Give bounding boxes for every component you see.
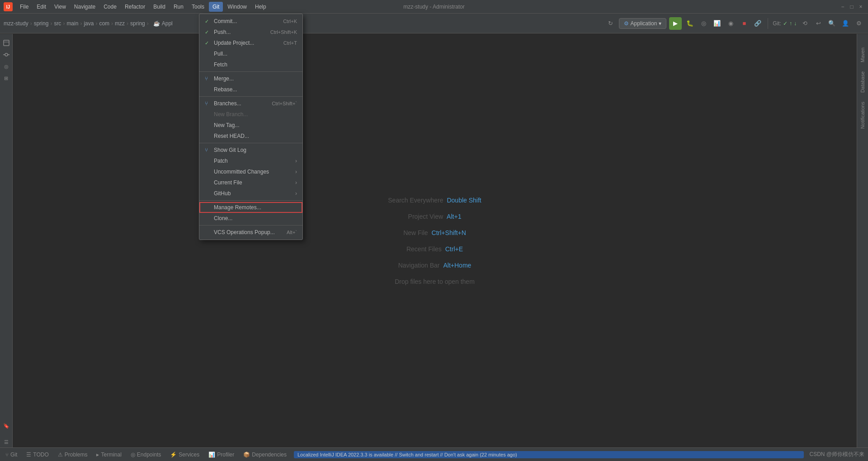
menu-help[interactable]: Help — [251, 2, 270, 12]
menu-git[interactable]: Git — [209, 2, 223, 12]
debug-button[interactable]: 🐛 — [684, 18, 695, 29]
breadcrumb-spring2[interactable]: spring — [130, 20, 145, 27]
sidebar-project-icon[interactable] — [1, 38, 12, 48]
git-merge-item[interactable]: ⑂ Merge... — [199, 73, 302, 84]
profile-user-icon[interactable]: 👤 — [840, 18, 851, 29]
attach-debugger-icon[interactable]: 🔗 — [752, 18, 763, 29]
git-vcs-popup-item[interactable]: VCS Operations Popup... Alt+` — [199, 227, 302, 238]
git-push-item[interactable]: ✓ Push... Ctrl+Shift+K — [199, 27, 302, 38]
breadcrumb-spring[interactable]: spring — [34, 20, 49, 27]
minimize-button[interactable]: − — [839, 3, 846, 10]
divider-4 — [199, 200, 302, 201]
git-fetch-item[interactable]: Fetch — [199, 59, 302, 70]
git-branches-item[interactable]: ⑂ Branches... Ctrl+Shift+` — [199, 98, 302, 109]
stop-button[interactable]: ■ — [739, 18, 750, 29]
git-show-log-item[interactable]: ⑂ Show Git Log — [199, 145, 302, 155]
menu-navigate[interactable]: Navigate — [71, 2, 99, 12]
git-commit-item[interactable]: ✓ Commit... Ctrl+K — [199, 16, 302, 27]
status-problems[interactable]: ⚠ Problems — [56, 451, 90, 459]
sidebar-notifications-label[interactable]: Notifications — [860, 102, 865, 129]
menu-refactor[interactable]: Refactor — [121, 2, 149, 12]
git-dropdown-menu: ✓ Commit... Ctrl+K ✓ Push... Ctrl+Shift+… — [199, 14, 303, 240]
update-check-icon: ✓ — [205, 40, 212, 46]
dependencies-label: Dependencies — [252, 452, 287, 458]
status-todo[interactable]: ☰ TODO — [24, 451, 50, 459]
menu-view[interactable]: View — [51, 2, 70, 12]
divider-2 — [199, 96, 302, 97]
sep-1: › — [50, 20, 52, 27]
menu-window[interactable]: Window — [224, 2, 250, 12]
coverage-button[interactable]: ◎ — [698, 18, 709, 29]
git-patch-item[interactable]: Patch › — [199, 155, 302, 166]
status-profiler[interactable]: 📊 Profiler — [207, 451, 236, 459]
git-log-icon[interactable]: ⟲ — [799, 18, 810, 29]
breadcrumb-file[interactable]: ☕ Appl — [151, 19, 175, 28]
status-endpoints[interactable]: ◎ Endpoints — [129, 451, 163, 459]
menu-code[interactable]: Code — [100, 2, 120, 12]
sidebar-bookmarks-icon[interactable]: 🔖 — [1, 420, 12, 431]
git-update-item[interactable]: ✓ Update Project... Ctrl+T — [199, 38, 302, 48]
divider-3 — [199, 143, 302, 143]
csdn-label: CSDN @师你模仿不来 — [809, 451, 864, 458]
left-sidebar: ◎ ⊞ 🔖 ☰ — [0, 34, 13, 447]
problems-label: Problems — [65, 452, 88, 458]
menu-tools[interactable]: Tools — [188, 2, 208, 12]
run-config-selector[interactable]: ⚙ Application ▾ — [619, 18, 667, 29]
breadcrumb-java[interactable]: java — [84, 20, 94, 27]
todo-icon: ☰ — [26, 452, 31, 458]
merge-branch-icon: ⑂ — [205, 75, 212, 82]
git-manage-remotes-item[interactable]: Manage Remotes... — [199, 202, 302, 213]
breadcrumb-com[interactable]: com — [99, 20, 109, 27]
divider-1 — [199, 71, 302, 72]
git-clone-item[interactable]: Clone... — [199, 213, 302, 224]
vcs-update-icon[interactable]: ↻ — [605, 18, 616, 29]
git-new-branch-item: New Branch... — [199, 109, 302, 120]
breadcrumb-mzzstudy[interactable]: mzz-study — [4, 20, 28, 27]
run-button[interactable]: ▶ — [669, 17, 682, 30]
settings-icon[interactable]: ⚙ — [854, 18, 864, 29]
menu-edit[interactable]: Edit — [33, 2, 50, 12]
uncommitted-arrow-icon: › — [295, 169, 297, 175]
status-terminal[interactable]: ▸ Terminal — [94, 451, 123, 459]
sidebar-structure-icon[interactable]: ⊞ — [1, 73, 12, 84]
services-label: Services — [179, 452, 199, 458]
undo-icon[interactable]: ↩ — [813, 18, 824, 29]
breadcrumb-src[interactable]: src — [54, 20, 61, 27]
sidebar-commit-icon[interactable] — [1, 49, 12, 60]
status-dependencies[interactable]: 📦 Dependencies — [241, 451, 288, 459]
todo-label: TODO — [33, 452, 48, 458]
sidebar-database-label[interactable]: Database — [860, 71, 865, 93]
git-check-icon: ✓ — [783, 20, 788, 27]
profile-button[interactable]: 📊 — [712, 18, 722, 29]
hint-search: Search Everywhere Double Shift — [388, 197, 481, 204]
run-config-icon: ⚙ — [624, 20, 629, 27]
background-hints: Search Everywhere Double Shift Project V… — [388, 197, 481, 285]
status-services[interactable]: ⚡ Services — [168, 451, 201, 459]
status-git[interactable]: ⑂ Git — [4, 451, 19, 459]
sidebar-structure2-icon[interactable]: ☰ — [1, 437, 12, 447]
run-config-arrow: ▾ — [659, 20, 661, 27]
search-icon[interactable]: 🔍 — [826, 18, 837, 29]
menu-file[interactable]: File — [16, 2, 32, 12]
git-uncommitted-item[interactable]: Uncommitted Changes › — [199, 166, 302, 177]
git-status: Git: ✓ ↑ ↓ — [773, 20, 797, 27]
svg-text:IJ: IJ — [6, 5, 10, 9]
git-pull-item[interactable]: Pull... — [199, 48, 302, 59]
close-button[interactable]: × — [857, 3, 864, 10]
menu-run[interactable]: Run — [170, 2, 187, 12]
sidebar-maven-label[interactable]: Maven — [860, 47, 865, 62]
menu-build[interactable]: Build — [150, 2, 169, 12]
breadcrumb-mzz[interactable]: mzz — [115, 20, 125, 27]
git-reset-head-item[interactable]: Reset HEAD... — [199, 131, 302, 141]
git-current-file-item[interactable]: Current File › — [199, 177, 302, 188]
terminal-icon: ▸ — [96, 452, 99, 458]
git-rebase-item[interactable]: Rebase... — [199, 84, 302, 95]
maximize-button[interactable]: □ — [848, 3, 855, 10]
git-github-item[interactable]: GitHub › — [199, 188, 302, 199]
breadcrumb-main[interactable]: main — [66, 20, 78, 27]
sidebar-branch-icon[interactable]: ◎ — [1, 61, 12, 72]
status-update-message[interactable]: Localized IntelliJ IDEA 2022.3.3 is avai… — [294, 451, 804, 458]
separator — [768, 18, 768, 29]
run-with-coverage-icon[interactable]: ◉ — [725, 18, 736, 29]
git-new-tag-item[interactable]: New Tag... — [199, 120, 302, 131]
